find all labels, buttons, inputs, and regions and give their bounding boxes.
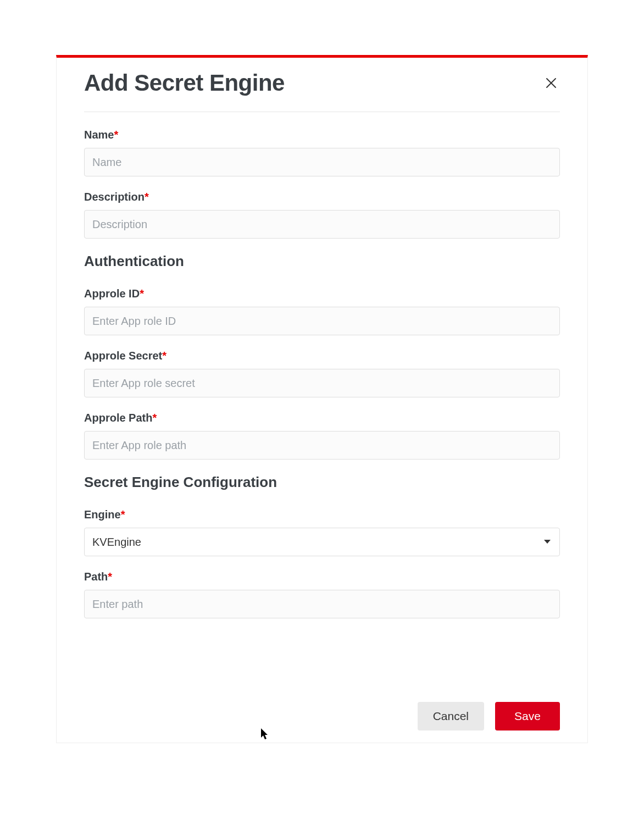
name-label: Name* — [84, 129, 560, 141]
approle-secret-input[interactable] — [84, 369, 560, 397]
secret-engine-config-heading: Secret Engine Configuration — [84, 474, 560, 491]
authentication-heading: Authentication — [84, 253, 560, 270]
engine-label: Engine* — [84, 508, 560, 521]
approle-id-input[interactable] — [84, 307, 560, 335]
engine-form-group: Engine* KVEngine — [84, 508, 560, 556]
required-mark: * — [114, 129, 118, 141]
required-mark: * — [145, 191, 149, 203]
approle-path-input[interactable] — [84, 431, 560, 460]
approle-id-form-group: Approle ID* — [84, 287, 560, 335]
modal-header: Add Secret Engine — [57, 58, 587, 112]
modal-footer: Cancel Save — [57, 690, 587, 743]
description-form-group: Description* — [84, 191, 560, 239]
modal-body: Name* Description* Authentication Approl… — [57, 129, 587, 690]
path-label-text: Path — [84, 571, 108, 583]
header-divider — [84, 112, 560, 112]
required-mark: * — [152, 412, 157, 424]
name-input[interactable] — [84, 148, 560, 176]
approle-secret-label: Approle Secret* — [84, 350, 560, 362]
description-input[interactable] — [84, 210, 560, 239]
approle-secret-form-group: Approle Secret* — [84, 350, 560, 397]
approle-path-form-group: Approle Path* — [84, 412, 560, 460]
path-input[interactable] — [84, 590, 560, 618]
engine-select-wrapper: KVEngine — [84, 528, 560, 556]
required-mark: * — [121, 508, 125, 521]
cancel-button[interactable]: Cancel — [418, 702, 484, 731]
modal-title: Add Secret Engine — [84, 70, 285, 96]
save-button[interactable]: Save — [495, 702, 560, 731]
approle-path-label: Approle Path* — [84, 412, 560, 424]
approle-id-label-text: Approle ID — [84, 287, 140, 300]
description-label: Description* — [84, 191, 560, 203]
approle-path-label-text: Approle Path — [84, 412, 152, 424]
path-form-group: Path* — [84, 571, 560, 618]
path-label: Path* — [84, 571, 560, 583]
name-label-text: Name — [84, 129, 114, 141]
required-mark: * — [162, 350, 166, 362]
engine-label-text: Engine — [84, 508, 121, 521]
close-icon — [545, 76, 558, 90]
approle-id-label: Approle ID* — [84, 287, 560, 300]
required-mark: * — [140, 287, 144, 300]
name-form-group: Name* — [84, 129, 560, 176]
required-mark: * — [108, 571, 112, 583]
add-secret-engine-modal: Add Secret Engine Name* Description* — [56, 55, 588, 743]
close-button[interactable] — [542, 74, 560, 92]
description-label-text: Description — [84, 191, 145, 203]
engine-select[interactable]: KVEngine — [84, 528, 560, 556]
approle-secret-label-text: Approle Secret — [84, 350, 162, 362]
